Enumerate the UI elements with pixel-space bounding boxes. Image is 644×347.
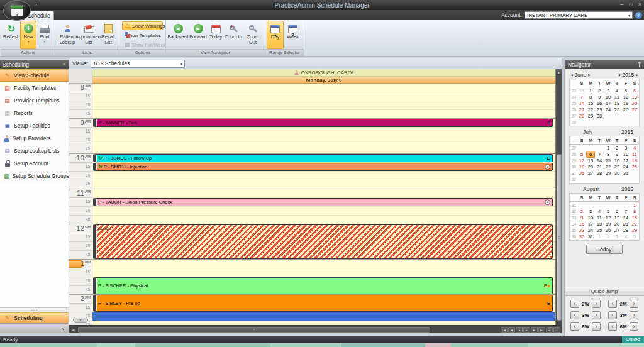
day-cell[interactable]: 27: [630, 107, 639, 113]
day-cell[interactable]: 30: [577, 234, 586, 240]
day-cell[interactable]: 28: [577, 113, 586, 119]
nav-prev-page-button[interactable]: ◀: [508, 327, 515, 333]
show-warnings-button[interactable]: ⚠ Show Warnings: [122, 21, 163, 30]
time-slot[interactable]: [92, 268, 555, 277]
day-cell[interactable]: 14: [621, 215, 630, 221]
day-cell[interactable]: 2: [577, 209, 586, 214]
day-cell[interactable]: 23: [577, 228, 586, 233]
day-cell[interactable]: 25: [613, 107, 621, 113]
scroll-left-button[interactable]: ◀: [69, 328, 77, 332]
quick-jump-back-button[interactable]: ‹: [570, 322, 579, 331]
scroll-down-button[interactable]: ▼: [73, 317, 88, 323]
print-button[interactable]: Print ▾: [36, 21, 53, 49]
day-cell[interactable]: 5: [577, 151, 586, 157]
sidebar-item-reports[interactable]: ▤Reports: [0, 107, 69, 119]
day-cell[interactable]: 4: [621, 234, 630, 240]
day-cell[interactable]: 5: [604, 209, 613, 214]
time-slot[interactable]: [92, 92, 555, 101]
nav-next-button[interactable]: ▸: [523, 327, 530, 333]
day-cell[interactable]: 29: [604, 170, 613, 176]
sidebar-splitter-grip[interactable]: ••••: [0, 307, 69, 312]
day-cell[interactable]: 26: [621, 107, 630, 113]
backward-button[interactable]: ◀ Backward: [167, 21, 189, 49]
time-slot[interactable]: [92, 260, 555, 268]
day-cell[interactable]: 26: [604, 228, 613, 233]
app-menu-button[interactable]: 1: [3, 0, 31, 21]
day-cell[interactable]: 30: [613, 170, 621, 176]
day-cell[interactable]: 15: [630, 215, 639, 221]
next-year-icon[interactable]: ▶: [636, 72, 638, 78]
scroll-up-button[interactable]: ▲: [556, 69, 562, 75]
eligibility-icon[interactable]: E: [547, 300, 550, 306]
day-cell[interactable]: 7: [595, 151, 604, 157]
time-slot[interactable]: [92, 172, 555, 180]
day-cell[interactable]: 25: [595, 228, 604, 233]
time-slot[interactable]: [92, 180, 555, 189]
day-cell[interactable]: 23: [595, 107, 604, 113]
day-cell[interactable]: 10: [586, 215, 595, 221]
day-cell[interactable]: 20: [630, 101, 639, 106]
day-cell[interactable]: 6: [630, 88, 639, 94]
day-cell[interactable]: 16: [613, 158, 621, 163]
day-cell[interactable]: 1: [630, 202, 639, 208]
zoom-out-button[interactable]: − Zoom Out: [243, 21, 263, 49]
day-cell[interactable]: 17: [621, 158, 630, 163]
horizontal-scrollbar[interactable]: ◀ • |◀◀◂▸▶▶|+−: [69, 325, 562, 333]
day-cell[interactable]: 2: [604, 234, 613, 240]
day-cell[interactable]: 31: [621, 170, 630, 176]
day-cell[interactable]: 24: [586, 228, 595, 233]
day-cell[interactable]: 21: [621, 221, 630, 227]
nav-first-button[interactable]: |◀: [501, 327, 508, 333]
day-cell[interactable]: 13: [630, 94, 639, 100]
vscroll-thumb[interactable]: ≡: [557, 154, 562, 321]
quick-jump-back-button[interactable]: ‹: [608, 322, 617, 331]
day-cell[interactable]: 31: [577, 88, 586, 94]
nav-next-page-button[interactable]: ▶: [531, 327, 538, 333]
day-cell[interactable]: 3: [604, 88, 613, 94]
time-slot[interactable]: [92, 207, 555, 216]
day-cell[interactable]: 25: [630, 164, 639, 170]
appointment-jones[interactable]: ↻P - JONES - Follow UpE: [93, 154, 553, 162]
patient-lookup-button[interactable]: Patient Lookup: [57, 21, 78, 49]
day-cell[interactable]: 2: [595, 88, 604, 94]
day-cell[interactable]: 3: [586, 209, 595, 214]
hscroll-thumb[interactable]: •: [78, 327, 430, 333]
recall-list-button[interactable]: Recall List: [99, 21, 117, 49]
appointment-sibley[interactable]: P - SIBLEY - Pre-opE: [93, 295, 553, 312]
quick-jump-forward-button[interactable]: ›: [592, 322, 601, 331]
minimize-button[interactable]: –: [620, 1, 623, 9]
day-cell[interactable]: 26: [577, 170, 586, 176]
day-cell[interactable]: 5: [621, 88, 630, 94]
day-cell[interactable]: 12: [621, 94, 630, 100]
day-cell[interactable]: 9: [595, 94, 604, 100]
today-button[interactable]: Today: [208, 21, 224, 49]
day-cell[interactable]: 11: [613, 94, 621, 100]
appointment-smith[interactable]: ↻P - SMITH - Injection×: [93, 163, 553, 171]
sidebar-item-view-schedule[interactable]: ✎View Schedule: [0, 69, 69, 82]
day-cell[interactable]: 13: [613, 215, 621, 221]
day-cell[interactable]: 29: [586, 113, 595, 119]
new-button[interactable]: + New ▾: [20, 21, 36, 49]
show-templates-button[interactable]: Show Templates: [122, 31, 163, 40]
appointment-blocked[interactable]: [92, 312, 555, 321]
day-cell[interactable]: 18: [613, 101, 621, 106]
week-view-button[interactable]: 5 Week: [284, 21, 302, 49]
day-cell[interactable]: 7: [577, 94, 586, 100]
day-cell[interactable]: 16: [595, 101, 604, 106]
quick-jump-back-button[interactable]: ‹: [570, 300, 579, 308]
time-slot[interactable]: [92, 101, 555, 110]
day-cell[interactable]: 10: [621, 151, 630, 157]
day-cell[interactable]: 23: [613, 164, 621, 170]
schedule-grid[interactable]: P - TANNER - SickE↻P - JONES - Follow Up…: [92, 84, 555, 325]
sidebar-item-setup-providers[interactable]: Setup Providers: [0, 132, 69, 145]
appointment-fischer[interactable]: P - FISCHER - PhysicalE: [93, 277, 553, 294]
appointment-tanner[interactable]: P - TANNER - SickE: [93, 119, 553, 127]
close-button[interactable]: ×: [638, 1, 641, 9]
day-cell[interactable]: 30: [595, 113, 604, 119]
day-cell[interactable]: 8: [630, 209, 639, 214]
nav-last-button[interactable]: ▶|: [538, 327, 545, 333]
day-cell[interactable]: 13: [586, 158, 595, 163]
day-cell[interactable]: 4: [595, 209, 604, 214]
sidebar-item-setup-account[interactable]: Setup Account: [0, 157, 69, 170]
day-cell[interactable]: 8: [586, 94, 595, 100]
